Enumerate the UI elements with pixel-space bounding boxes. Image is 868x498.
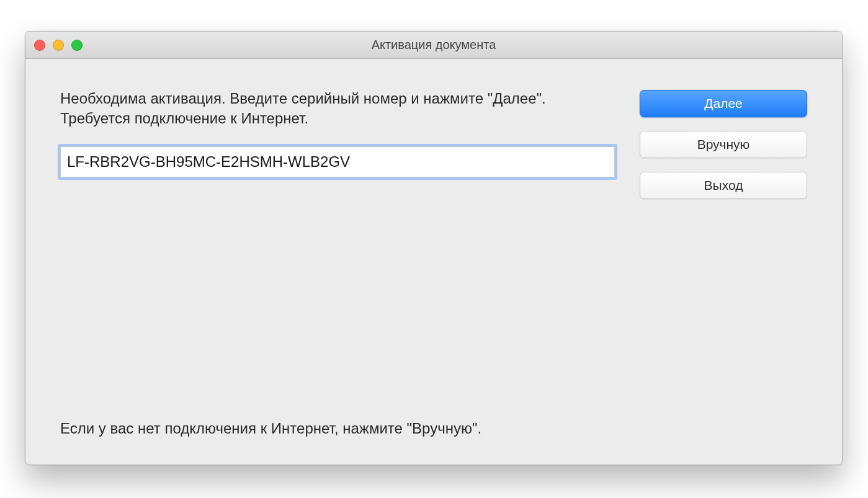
titlebar: Активация документа [25, 32, 842, 59]
hint-text: Если у вас нет подключения к Интернет, н… [60, 420, 615, 440]
window-controls [34, 40, 83, 51]
window-title: Активация документа [372, 38, 496, 52]
activation-dialog: Активация документа Необходима активация… [25, 31, 843, 465]
spacer [60, 177, 615, 420]
zoom-icon[interactable] [71, 40, 83, 51]
minimize-icon[interactable] [53, 40, 64, 51]
serial-input-wrap [60, 146, 615, 177]
button-column: Далее Вручную Выход [640, 89, 807, 440]
close-icon[interactable] [34, 40, 45, 51]
dialog-body: Необходима активация. Введите серийный н… [25, 59, 842, 465]
next-button[interactable]: Далее [640, 90, 807, 117]
left-column: Необходима активация. Введите серийный н… [60, 89, 615, 440]
manual-button[interactable]: Вручную [640, 131, 807, 158]
exit-button[interactable]: Выход [640, 172, 807, 199]
instruction-text: Необходима активация. Введите серийный н… [60, 89, 615, 129]
serial-input[interactable] [60, 146, 615, 177]
content-row: Необходима активация. Введите серийный н… [60, 89, 807, 440]
